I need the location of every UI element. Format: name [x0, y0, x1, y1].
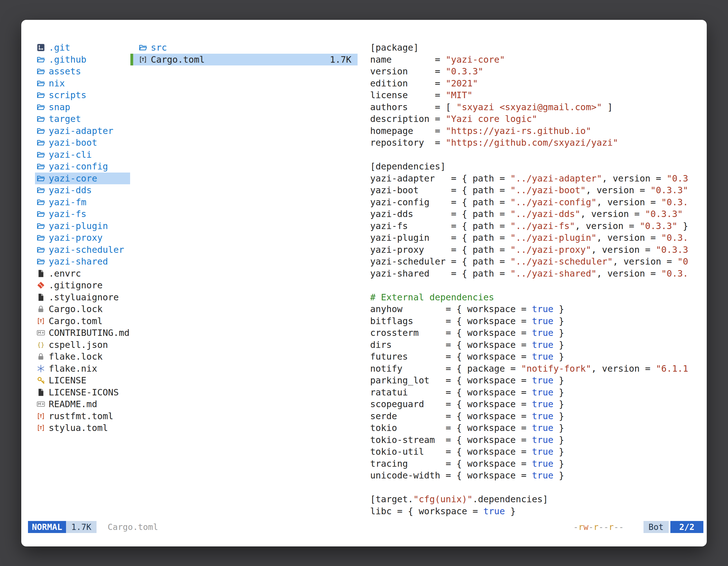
file-counter-badge: 2/2	[670, 521, 703, 533]
preview-line: tokio-stream = { workspace = true }	[370, 434, 707, 446]
file-label: snap	[49, 102, 70, 112]
parent-item-yazi-shared[interactable]: yazi-shared	[35, 256, 130, 268]
parent-item-.gitignore[interactable]: .gitignore	[35, 280, 130, 291]
parent-item-yazi-boot[interactable]: yazi-boot	[35, 137, 130, 149]
parent-directory-pane: .git.githubassetsnixscriptssnaptargetyaz…	[35, 42, 130, 520]
braces-icon	[37, 340, 45, 349]
permission-char: -	[603, 522, 609, 532]
file-label: assets	[49, 66, 81, 77]
preview-line: name = "yazi-core"	[370, 54, 707, 66]
file-label: yazi-shared	[49, 256, 108, 267]
parent-item-flake.nix[interactable]: flake.nix	[35, 363, 130, 375]
parent-item-yazi-fm[interactable]: yazi-fm	[35, 196, 130, 208]
folder-icon	[37, 186, 45, 194]
preview-line: # External dependencies	[370, 291, 707, 303]
file-label: .git	[49, 42, 70, 53]
preview-line: version = "0.3.3"	[370, 65, 707, 78]
preview-line: yazi-dds = { path = "../yazi-dds", versi…	[370, 208, 707, 220]
file-label: .github	[49, 54, 86, 65]
parent-item-yazi-fs[interactable]: yazi-fs	[35, 208, 130, 220]
file-label: README.md	[49, 399, 97, 409]
file-label: yazi-scheduler	[49, 245, 124, 255]
file-label: LICENSE-ICONS	[49, 387, 119, 398]
file-permissions: -rw-r--r--	[573, 521, 624, 533]
parent-item-Cargo.toml[interactable]: Cargo.toml	[35, 315, 130, 327]
folder-icon	[37, 151, 45, 159]
preview-line	[370, 280, 707, 291]
file-label: yazi-fs	[49, 209, 86, 219]
preview-line: [target."cfg(unix)".dependencies]	[370, 493, 707, 505]
folder-icon	[37, 79, 45, 88]
file-label: .envrc	[49, 268, 81, 279]
preview-line: repository = "https://github.com/sxyazi/…	[370, 137, 707, 149]
parent-item-yazi-core[interactable]: yazi-core	[35, 173, 130, 185]
parent-item-.git[interactable]: .git	[35, 42, 130, 54]
parent-item-yazi-adapter[interactable]: yazi-adapter	[35, 125, 130, 137]
preview-line: license = "MIT"	[370, 89, 707, 101]
parent-item-LICENSE[interactable]: LICENSE	[35, 374, 130, 386]
mode-badge: NORMAL	[28, 521, 66, 533]
folder-icon	[37, 234, 45, 242]
preview-line: description = "Yazi core logic"	[370, 113, 707, 125]
file-label: yazi-core	[49, 173, 97, 184]
file-label: yazi-proxy	[49, 233, 103, 243]
folder-icon	[37, 115, 45, 123]
preview-line: tracing = { workspace = true }	[370, 458, 707, 470]
folder-icon	[37, 174, 45, 183]
parent-item-target[interactable]: target	[35, 113, 130, 125]
parent-item-CONTRIBUTING.md[interactable]: CONTRIBUTING.md	[35, 327, 130, 339]
status-left: NORMAL 1.7K Cargo.toml	[28, 521, 158, 533]
scroll-position-badge: Bot	[644, 521, 669, 533]
preview-line: ratatui = { workspace = true }	[370, 386, 707, 398]
toml-icon	[37, 412, 45, 420]
file-label: flake.lock	[49, 351, 103, 362]
parent-item-.styluaignore[interactable]: .styluaignore	[35, 291, 130, 303]
parent-item-cspell.json[interactable]: cspell.json	[35, 339, 130, 351]
git-diamond-icon	[37, 281, 45, 289]
file-label: target	[49, 114, 81, 124]
toml-icon	[37, 317, 45, 325]
parent-item-stylua.toml[interactable]: stylua.toml	[35, 422, 130, 434]
md-icon	[37, 328, 45, 337]
parent-item-yazi-dds[interactable]: yazi-dds	[35, 184, 130, 196]
parent-item-nix[interactable]: nix	[35, 78, 130, 90]
parent-item-assets[interactable]: assets	[35, 65, 130, 78]
file-preview-pane: [package]name = "yazi-core"version = "0.…	[370, 42, 707, 520]
permission-char: r	[578, 522, 583, 532]
parent-item-yazi-config[interactable]: yazi-config	[35, 161, 130, 173]
preview-line: futures = { workspace = true }	[370, 351, 707, 363]
yazi-window: .git.githubassetsnixscriptssnaptargetyaz…	[21, 20, 707, 546]
preview-line: anyhow = { workspace = true }	[370, 303, 707, 315]
git-icon	[37, 43, 45, 52]
file-label: Cargo.toml	[151, 54, 205, 65]
folder-icon	[37, 67, 45, 76]
parent-item-yazi-scheduler[interactable]: yazi-scheduler	[35, 244, 130, 256]
toml-dark-icon	[139, 55, 147, 64]
current-item-Cargo.toml[interactable]: Cargo.toml1.7K	[130, 54, 358, 66]
file-label: .gitignore	[49, 280, 103, 290]
current-item-src[interactable]: src	[130, 42, 358, 54]
parent-item-LICENSE-ICONS[interactable]: LICENSE-ICONS	[35, 386, 130, 398]
parent-item-Cargo.lock[interactable]: Cargo.lock	[35, 303, 130, 315]
parent-item-.envrc[interactable]: .envrc	[35, 268, 130, 280]
parent-item-yazi-proxy[interactable]: yazi-proxy	[35, 232, 130, 244]
file-label: .styluaignore	[49, 292, 119, 302]
file-label: yazi-adapter	[49, 126, 113, 136]
file-label: stylua.toml	[49, 422, 108, 433]
parent-item-flake.lock[interactable]: flake.lock	[35, 351, 130, 363]
parent-item-yazi-plugin[interactable]: yazi-plugin	[35, 220, 130, 232]
file-label: CONTRIBUTING.md	[49, 327, 130, 338]
parent-item-.github[interactable]: .github	[35, 54, 130, 66]
parent-item-rustfmt.toml[interactable]: rustfmt.toml	[35, 410, 130, 422]
file-label: nix	[49, 78, 65, 89]
parent-item-yazi-cli[interactable]: yazi-cli	[35, 149, 130, 161]
parent-item-scripts[interactable]: scripts	[35, 89, 130, 101]
parent-item-snap[interactable]: snap	[35, 101, 130, 113]
status-bar: NORMAL 1.7K Cargo.toml -rw-r--r-- Bot 2/…	[21, 521, 707, 533]
parent-item-README.md[interactable]: README.md	[35, 398, 130, 410]
preview-line: notify = { package = "notify-fork", vers…	[370, 363, 707, 375]
toml-icon	[37, 424, 45, 432]
folder-icon	[37, 257, 45, 266]
preview-line: homepage = "https://yazi-rs.github.io"	[370, 125, 707, 137]
preview-line: libc = { workspace = true }	[370, 505, 707, 517]
